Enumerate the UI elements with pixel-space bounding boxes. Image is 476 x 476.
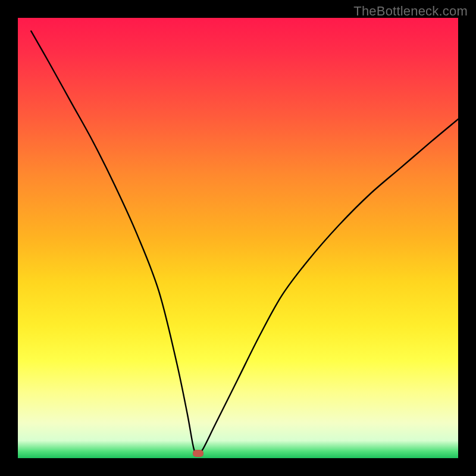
bottleneck-curve — [18, 18, 458, 458]
chart-frame: TheBottleneck.com — [0, 0, 476, 476]
minimum-marker — [193, 450, 203, 457]
plot-area — [18, 18, 458, 458]
watermark-text: TheBottleneck.com — [353, 4, 468, 19]
